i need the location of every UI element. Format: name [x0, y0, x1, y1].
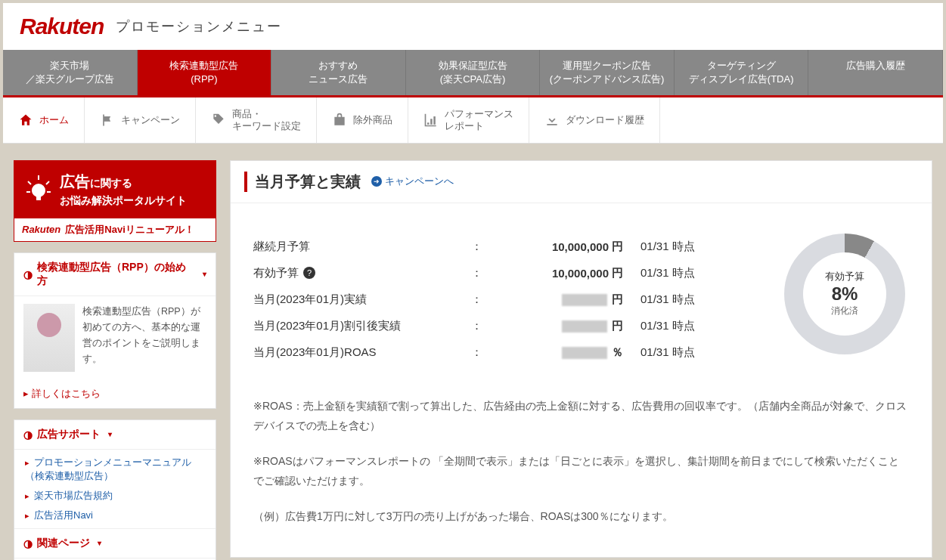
subnav-download[interactable]: ダウンロード履歴 — [529, 97, 660, 142]
budget-donut-chart: 有効予算 8% 消化済 — [780, 234, 909, 366]
subnav-exclude-label: 除外商品 — [353, 113, 392, 127]
tab-cpa-ad[interactable]: 効果保証型広告(楽天CPA広告) — [406, 50, 541, 95]
bag-icon — [332, 113, 347, 128]
donut-percent: 8% — [832, 283, 858, 305]
flag-icon — [100, 113, 115, 128]
tab-history[interactable]: 広告購入履歴 — [808, 50, 943, 95]
sidebar: 広告に関する お悩み解決ポータルサイト Rakuten 広告活用Naviリニュー… — [14, 160, 216, 560]
metric-row-discounted: 当月(2023年01月)割引後実績： 円 01/31 時点 — [253, 313, 758, 339]
header-bar: Rakuten プロモーションメニュー — [3, 3, 943, 50]
home-icon — [18, 113, 33, 128]
svg-line-3 — [46, 181, 49, 184]
redacted-value — [562, 347, 607, 359]
metric-row-actual: 当月(2023年01月)実績： 円 01/31 時点 — [253, 286, 758, 313]
subnav-download-label: ダウンロード履歴 — [566, 113, 644, 127]
support-link-rules[interactable]: 楽天市場広告規約 — [14, 486, 216, 506]
redacted-value — [562, 294, 607, 306]
avatar-image — [23, 304, 75, 372]
subnav-campaign-label: キャンペーン — [121, 113, 180, 127]
side-panel-intro: ◑検索連動型広告（RPP）の始め方 検索連動型広告（RPP）が初めての方へ、基本… — [14, 252, 216, 409]
side-support-head[interactable]: ◑広告サポート — [14, 420, 216, 450]
main-panel: 当月予算と実績 ➜キャンペーンへ 継続月予算： 10,000,000円 01/3… — [230, 160, 932, 558]
subnav-campaign[interactable]: キャンペーン — [85, 97, 196, 142]
note-roas-example: （例）広告費1万円に対して3万円の売り上げがあった場合、ROASは300％になり… — [253, 506, 909, 527]
arrow-circle-icon: ➜ — [371, 176, 382, 187]
donut-label-2: 消化済 — [831, 305, 858, 317]
side-intro-link[interactable]: ▸ 詳しくはこちら — [14, 379, 216, 408]
chart-icon — [423, 113, 439, 128]
side-intro-head[interactable]: ◑検索連動型広告（RPP）の始め方 — [14, 253, 216, 296]
note-roas-how: ※ROASはパフォーマンスレポートの 「全期間で表示」または「日ごとに表示」を選… — [253, 451, 909, 491]
subnav-performance-label: パフォーマンスレポート — [445, 108, 513, 131]
promo-strip[interactable]: Rakuten 広告活用Naviリニューアル！ — [14, 218, 216, 242]
campaign-link[interactable]: ➜キャンペーンへ — [371, 175, 454, 188]
promo-strip-text: 広告活用Naviリニューアル！ — [65, 223, 194, 237]
subnav-keyword[interactable]: 商品・キーワード設定 — [196, 97, 317, 142]
svg-point-0 — [33, 184, 45, 196]
metric-row-effective-budget: 有効予算 ?： 10,000,000円 01/31 時点 — [253, 260, 758, 286]
help-icon[interactable]: ? — [303, 267, 315, 279]
page-title: 当月予算と実績 — [244, 172, 361, 192]
subnav-performance[interactable]: パフォーマンスレポート — [408, 97, 529, 142]
tab-tda[interactable]: ターゲティングディスプレイ広告(TDA) — [675, 50, 809, 95]
notes-section: ※ROAS：売上金額を実績額で割って算出した、広告経由の売上金額に対する、広告費… — [231, 381, 932, 557]
subnav-keyword-label: 商品・キーワード設定 — [232, 108, 301, 131]
subnav-home[interactable]: ホーム — [3, 97, 85, 142]
primary-nav: 楽天市場／楽天グループ広告 検索連動型広告(RPP) おすすめニュース広告 効果… — [3, 50, 943, 95]
header-subtitle: プロモーションメニュー — [116, 17, 282, 36]
side-related-head[interactable]: ◑関連ページ — [14, 528, 216, 558]
tab-coupon-ad[interactable]: 運用型クーポン広告(クーポンアドバンス広告) — [540, 50, 675, 95]
metric-row-roas: 当月(2023年01月)ROAS： ％ 01/31 時点 — [253, 339, 758, 366]
tab-rakuten-market[interactable]: 楽天市場／楽天グループ広告 — [3, 50, 138, 95]
promo-banner[interactable]: 広告に関する お悩み解決ポータルサイト — [14, 160, 216, 218]
secondary-nav: ホーム キャンペーン 商品・キーワード設定 除外商品 パフォーマンスレポート — [3, 97, 943, 143]
metrics-table: 継続月予算： 10,000,000円 01/31 時点 有効予算 ?： 10,0… — [253, 234, 758, 366]
support-link-navi[interactable]: 広告活用Navi — [14, 506, 216, 525]
promo-text: 広告に関する お悩み解決ポータルサイト — [60, 170, 187, 209]
donut-label-1: 有効予算 — [825, 270, 864, 283]
redacted-value — [562, 320, 607, 333]
svg-rect-6 — [36, 196, 41, 200]
tab-rpp[interactable]: 検索連動型広告(RPP) — [138, 50, 272, 95]
svg-line-2 — [28, 181, 31, 184]
subnav-exclude[interactable]: 除外商品 — [317, 97, 408, 142]
bulb-icon — [23, 174, 54, 204]
tab-news-ad[interactable]: おすすめニュース広告 — [271, 50, 406, 95]
download-icon — [544, 113, 560, 128]
promo-strip-brand: Rakuten — [22, 224, 60, 235]
metric-row-continuing-budget: 継続月予算： 10,000,000円 01/31 時点 — [253, 234, 758, 260]
subnav-home-label: ホーム — [39, 113, 69, 127]
rakuten-logo[interactable]: Rakuten — [20, 14, 104, 39]
side-intro-body: 検索連動型広告（RPP）が初めての方へ、基本的な運営のポイントをご説明します。 — [82, 304, 206, 372]
tag-icon — [211, 113, 226, 128]
side-panel-support: ◑広告サポート プロモーションメニューマニュアル（検索連動型広告） 楽天市場広告… — [14, 419, 216, 560]
note-roas-def: ※ROAS：売上金額を実績額で割って算出した、広告経由の売上金額に対する、広告費… — [253, 396, 909, 436]
support-link-manual[interactable]: プロモーションメニューマニュアル（検索連動型広告） — [14, 453, 216, 486]
